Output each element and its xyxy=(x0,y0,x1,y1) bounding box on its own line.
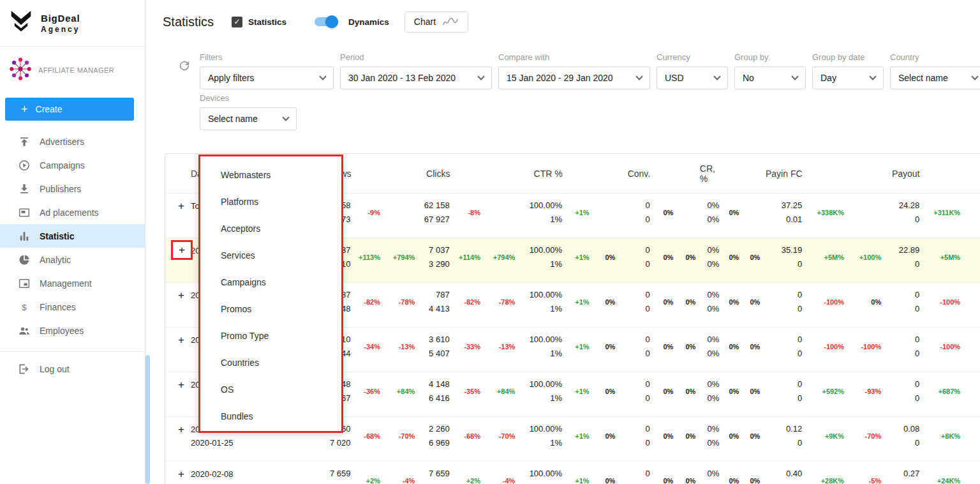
popup-item-promos[interactable]: Promos xyxy=(200,296,341,322)
expand-row-icon[interactable]: + xyxy=(178,200,187,211)
cell-conv: 00 xyxy=(619,238,651,282)
sidebar-item-analytic[interactable]: Analytic xyxy=(0,248,145,271)
column-header-cr: CR, % xyxy=(700,154,721,193)
popup-item-acceptors[interactable]: Acceptors xyxy=(200,215,341,242)
cell-cr-change: 0% xyxy=(720,417,743,450)
refresh-icon[interactable] xyxy=(177,59,191,73)
cell-payout: 22.890 xyxy=(885,238,921,282)
cell-payin-change: +28K% xyxy=(803,462,848,484)
popup-item-services[interactable]: Services xyxy=(200,242,341,269)
group-by-dropdown[interactable]: No xyxy=(734,66,806,89)
cell-clicks-change: +2% xyxy=(451,462,484,484)
compare-value: 15 Jan 2020 - 29 Jan 2020 xyxy=(507,73,613,83)
sidebar-item-label: Finances xyxy=(40,302,76,312)
expand-row-icon[interactable]: + xyxy=(178,290,187,301)
cell-clicks: 7 659 xyxy=(419,462,450,484)
group-by-date-dropdown[interactable]: Day xyxy=(812,66,884,89)
sidebar-item-statistic[interactable]: Statistic xyxy=(0,224,145,248)
country-dropdown[interactable]: Select name xyxy=(890,66,980,89)
expand-row-button-annotated[interactable]: + xyxy=(171,240,193,260)
svg-text:$: $ xyxy=(22,302,27,312)
cell-clicks-change: -68% xyxy=(451,417,484,450)
popup-item-os[interactable]: OS xyxy=(200,376,341,403)
cell-clicks-change: +794% xyxy=(484,238,519,271)
expand-row-icon[interactable]: + xyxy=(178,469,187,480)
column-header-ctr: CTR % xyxy=(519,154,564,193)
sidebar-item-publishers[interactable]: Publishers xyxy=(0,177,145,200)
cell-conv-change: 0% xyxy=(651,238,678,271)
scrollbar-thumb[interactable] xyxy=(145,355,150,484)
sidebar-item-employees[interactable]: Employees xyxy=(0,319,145,342)
sidebar-item-campaigns[interactable]: Campaigns xyxy=(0,153,145,177)
cell-conv-change: 0% xyxy=(651,372,678,405)
cell-payout-change: -100% xyxy=(921,283,964,316)
date-value-compare xyxy=(178,481,315,484)
cell-cr-change: 0% xyxy=(743,372,764,405)
expand-row-icon[interactable]: + xyxy=(178,335,187,345)
account-label: AFFILIATE MANAGER xyxy=(38,66,114,74)
sidebar-item-management[interactable]: Management xyxy=(0,271,145,295)
cell-payin: 0.120 xyxy=(764,417,803,461)
cell-payout: 0.080 xyxy=(885,417,921,461)
currency-dropdown[interactable]: USD xyxy=(657,66,728,89)
group-by-menu-popup: WebmastersPlatformsAcceptorsServicesCamp… xyxy=(198,155,343,433)
sidebar-item-ad-placements[interactable]: Ad placements xyxy=(0,200,145,224)
cell-ctr: 100.00%1% xyxy=(519,193,563,238)
cell-conv-change: 0% xyxy=(651,417,678,450)
sidebar-item-finances[interactable]: $Finances xyxy=(0,295,145,319)
period-value: 30 Jan 2020 - 13 Feb 2020 xyxy=(348,73,456,83)
cell-views-change: +2% xyxy=(352,462,384,484)
cell-payout: 0.27 xyxy=(885,462,921,484)
dynamics-toggle-label: Dynamics xyxy=(348,17,389,27)
popup-item-webmasters[interactable]: Webmasters xyxy=(200,162,341,188)
expand-row-icon[interactable]: + xyxy=(178,379,187,390)
popup-item-campaigns[interactable]: Campaigns xyxy=(200,269,341,296)
sidebar-item-label: Campaigns xyxy=(40,160,85,170)
cell-views-change xyxy=(384,193,419,227)
statistics-checkbox[interactable]: ✓ xyxy=(232,17,242,27)
group-by-label: Group by xyxy=(734,52,806,63)
cell-payout: 00 xyxy=(885,328,921,372)
cell-cr-change: 0% xyxy=(720,283,743,316)
chart-button[interactable]: Chart xyxy=(405,11,468,33)
sidebar-item-logout[interactable]: Log out xyxy=(0,357,145,381)
filters-row-2: Devices Select name xyxy=(200,93,980,130)
cell-ctr: 100.00%1% xyxy=(519,283,563,327)
table-row: +2020-02-087 659+2%-4%7 659+2%-4%100.00%… xyxy=(165,462,980,484)
cell-conv: 00 xyxy=(619,283,651,327)
devices-dropdown[interactable]: Select name xyxy=(200,107,297,130)
cell-conv: 00 xyxy=(619,372,651,416)
compare-label: Compare with xyxy=(498,52,650,63)
period-dropdown[interactable]: 30 Jan 2020 - 13 Feb 2020 xyxy=(340,66,492,89)
cell-clicks-change: -8% xyxy=(451,193,484,227)
publish-icon xyxy=(18,135,31,148)
popup-item-promo-type[interactable]: Promo Type xyxy=(200,322,341,349)
cell-conv: 00 xyxy=(619,193,651,238)
cell-cr-change: 0% xyxy=(720,328,743,361)
cell-clicks-change: +84% xyxy=(484,372,519,405)
cell-cr: 0%0% xyxy=(699,417,720,461)
popup-item-bundles[interactable]: Bundles xyxy=(200,403,341,430)
expand-row-icon[interactable]: + xyxy=(178,424,187,435)
dynamics-toggle[interactable] xyxy=(315,17,338,26)
popup-item-platforms[interactable]: Platforms xyxy=(200,188,341,215)
chevron-down-icon xyxy=(635,73,642,80)
cell-cr: 0%0% xyxy=(699,238,720,282)
cell-views-change: -9% xyxy=(352,193,384,227)
sidebar-item-advertisers[interactable]: Advertisers xyxy=(0,130,145,153)
compare-dropdown[interactable]: 15 Jan 2020 - 29 Jan 2020 xyxy=(498,66,650,89)
logout-icon xyxy=(18,363,31,375)
apply-filters-value: Apply filters xyxy=(208,73,254,83)
create-button[interactable]: + Create xyxy=(5,98,134,121)
date-value-compare: 2020-01-25 xyxy=(178,436,315,450)
affiliate-manager-avatar-icon xyxy=(8,56,33,85)
cell-payout-change xyxy=(964,238,980,271)
cell-cr: 0%0% xyxy=(699,328,720,372)
cell-ctr-change: +1% xyxy=(563,238,593,271)
cell-payin: 00 xyxy=(764,283,803,327)
cell-payin: 00 xyxy=(764,372,803,416)
popup-item-countries[interactable]: Countries xyxy=(200,349,341,376)
apply-filters-dropdown[interactable]: Apply filters xyxy=(200,66,334,89)
cell-payout-change: +5M% xyxy=(921,238,964,271)
cell-ctr: 100.00% xyxy=(519,462,563,484)
